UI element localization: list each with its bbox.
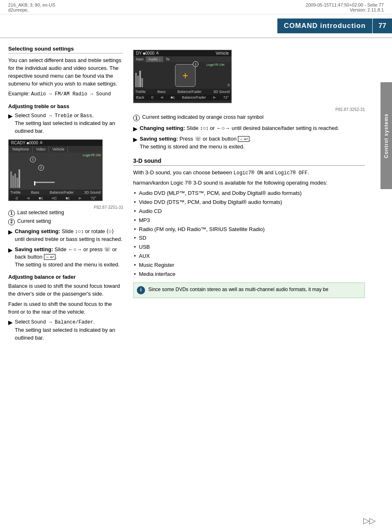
label-3d: 3D Sound bbox=[84, 190, 101, 194]
arrow-l2: ⊲ bbox=[160, 95, 164, 99]
bar-a bbox=[135, 73, 137, 87]
lbl-bass-2: Bass bbox=[157, 90, 166, 94]
list-item: Media interface bbox=[133, 271, 365, 278]
list-item: MP3 bbox=[133, 217, 365, 224]
screen-main: Logic7® ON 1 2 bbox=[22, 153, 102, 190]
sub1-bullet-text: Select Sound → Treble or Bass.The settin… bbox=[15, 112, 123, 135]
screen-top-bar: RCADY ■0000 ≛ bbox=[9, 140, 102, 146]
left-bars-2 bbox=[134, 62, 145, 89]
page-header: COMAND introduction 77 bbox=[0, 14, 392, 38]
img1-caption: P82.87-3251-31 bbox=[8, 205, 123, 210]
val-0: 0 bbox=[228, 83, 230, 87]
tab-telephone: Telephone bbox=[9, 146, 33, 153]
val-72-2: 72° bbox=[223, 95, 229, 99]
example-label: Example: bbox=[8, 91, 30, 97]
bar1 bbox=[10, 171, 12, 188]
screen-labels-2: Treble Bass Balance/Fader 3D Sound bbox=[134, 89, 231, 95]
bar-c bbox=[139, 71, 141, 87]
arrow-icon-2: ▶ bbox=[8, 228, 13, 243]
tab-audio: Audio ↓ bbox=[146, 56, 163, 62]
bar3 bbox=[14, 173, 16, 188]
meta-right: 2009-05-15T11:47:50+02:00 - Seite 77 Ver… bbox=[306, 2, 384, 12]
lbl-3d-2: 3D Sound bbox=[213, 90, 230, 94]
lbl-balance-2: Balance/Fader bbox=[178, 90, 202, 94]
bar-group bbox=[10, 169, 20, 188]
list-item: SD bbox=[133, 234, 365, 242]
sub2-bullet-text: Select Sound → Balance/Fader.The setting… bbox=[15, 318, 123, 342]
arrow-right: ⊳ bbox=[78, 196, 82, 200]
arrow-icon: ▶ bbox=[8, 112, 13, 135]
screen-tabs: Telephone Video Vehicle bbox=[9, 146, 102, 153]
screen-bottom-row: -3 ⊲ ■1 AC ■1 ⊳ 72° bbox=[9, 195, 102, 201]
car-top-view: 1 bbox=[175, 64, 196, 87]
section2-body2: harman/kardon Logic 7® 3-D sound is avai… bbox=[133, 179, 365, 187]
circle-item-2: 2 Current setting bbox=[8, 218, 123, 225]
arrow-r2: ⊳ bbox=[213, 95, 216, 99]
saving1: ▶ Saving setting: Slide ←○→ or press ☏ o… bbox=[8, 246, 123, 269]
left-bars bbox=[9, 153, 22, 190]
screenshot-treble-bass: RCADY ■0000 ≛ Telephone Video Vehicle bbox=[8, 139, 103, 201]
val-ac: AC bbox=[52, 196, 57, 200]
meta-left: 216_AKB; 3; 90, en-US d2ureepe, bbox=[8, 2, 55, 12]
sub2-body2: Fader is used to shift the sound focus t… bbox=[8, 301, 123, 316]
page-title: COMAND introduction bbox=[277, 19, 372, 33]
section2-body1: With 3-D sound, you can choose between L… bbox=[133, 169, 365, 177]
list-item: AUX bbox=[133, 252, 365, 260]
treble-marker bbox=[34, 181, 35, 185]
bar4 bbox=[16, 178, 18, 188]
screen-status-2: DY ■0000 ≛ bbox=[136, 51, 159, 56]
label-balance: Balance/Fader bbox=[50, 190, 74, 194]
saving1-text: Saving setting: Slide ←○→ or press ☏ or … bbox=[15, 246, 123, 269]
example-code: Audio → FM/AM Radio → Sound bbox=[31, 91, 111, 97]
changing1: ▶ Changing setting: Slide ↕○↕ or rotate … bbox=[8, 228, 123, 243]
val-m1: ■1 bbox=[39, 196, 43, 200]
sub1-bullet: ▶ Select Sound → Treble or Bass.The sett… bbox=[8, 112, 123, 135]
logic-text-2: Logic7® ON bbox=[206, 63, 224, 67]
screenshot-balance: DY ■0000 ≛ Vehicle Navi Audio ↓ Te bbox=[133, 50, 232, 103]
logic-text: Logic7® ON bbox=[83, 153, 101, 157]
list-item: Audio DVD (MLP™, DTS™, PCM, and Dolby Di… bbox=[133, 190, 365, 197]
right-vals: 0 bbox=[226, 62, 231, 89]
list-item: Audio CD bbox=[133, 208, 365, 215]
meta-bar: 216_AKB; 3; 90, en-US d2ureepe, 2009-05-… bbox=[0, 0, 392, 14]
bar-d bbox=[141, 78, 143, 87]
val-balfad: Balance/Fader bbox=[182, 95, 206, 99]
arrow-left: ⊲ bbox=[27, 196, 30, 200]
section1-body: You can select different bass and treble… bbox=[8, 57, 123, 88]
circle-item-1: 1 Last selected setting bbox=[8, 210, 123, 217]
tab-te: Te bbox=[163, 56, 172, 62]
screen-body: Logic7® ON 1 2 bbox=[9, 153, 102, 190]
val-back: Back bbox=[136, 95, 144, 99]
circle-note-1: 1 Current setting indicated by orange cr… bbox=[133, 114, 365, 121]
list-item: Radio (FM only, HD Radio™, SIRIUS Satell… bbox=[133, 226, 365, 234]
side-tab: Control systems bbox=[380, 82, 392, 189]
header-title-area: COMAND introduction 77 bbox=[0, 14, 392, 37]
screen-top-bar-2: DY ■0000 ≛ Vehicle bbox=[134, 50, 231, 56]
list-item: Music Register bbox=[133, 261, 365, 269]
tab-vehicle: Vehicle bbox=[49, 146, 68, 153]
nav-arrow: ▷▷ bbox=[363, 516, 376, 525]
changing2: ▶ Changing setting: Slide ↕○↕ or ←○→ unt… bbox=[133, 125, 365, 133]
screen-body-2: 1 Logic7® ON 0 bbox=[134, 62, 231, 89]
changing2-text: Changing setting: Slide ↕○↕ or ←○→ until… bbox=[140, 125, 365, 133]
saving2: ▶ Saving setting: Press ☏ or back button… bbox=[133, 135, 365, 151]
section2-heading: 3-D sound bbox=[133, 157, 365, 166]
sub2-heading: Adjusting balance or fader bbox=[8, 274, 123, 280]
arrow-icon-3: ▶ bbox=[8, 246, 13, 269]
info-text: Since some DVDs contain stereo as well a… bbox=[148, 286, 328, 294]
bar5 bbox=[18, 169, 20, 188]
circle2-label: Current setting bbox=[17, 218, 51, 224]
val-m1-2: ■1 bbox=[171, 95, 175, 99]
list-item: USB bbox=[133, 243, 365, 251]
page-number: 77 bbox=[372, 19, 392, 33]
sub2-body1: Balance is used to shift the sound focus… bbox=[8, 282, 123, 298]
img2-caption: P82.87-3252-31 bbox=[133, 107, 365, 112]
bar-b bbox=[137, 76, 139, 87]
circle-marker-2: 2 bbox=[38, 165, 44, 171]
circle-marker-1: 1 bbox=[30, 157, 36, 162]
circle1-label: Last selected setting bbox=[17, 210, 64, 215]
tab-navi: Navi bbox=[134, 56, 146, 62]
info-icon: i bbox=[137, 286, 145, 294]
val-72: 72° bbox=[91, 196, 97, 200]
section1-heading: Selecting sound settings bbox=[8, 46, 123, 53]
